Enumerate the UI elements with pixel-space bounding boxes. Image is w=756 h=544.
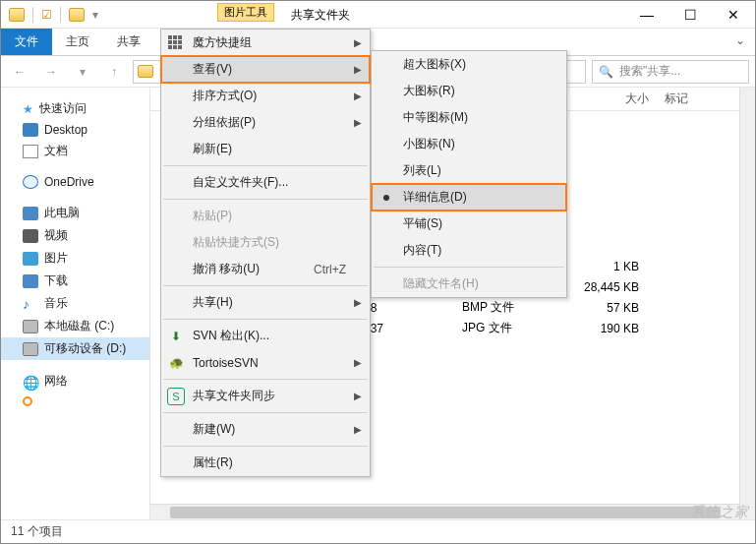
window-title: 共享文件夹 [291, 7, 350, 24]
submenu-arrow-icon: ▶ [354, 117, 362, 128]
submenu-arrow-icon: ▶ [354, 391, 362, 401]
folder-icon [69, 8, 85, 22]
sidebar-item-downloads[interactable]: 下载 [1, 270, 149, 292]
menu-item-folder-sync[interactable]: S共享文件夹同步▶ [161, 383, 370, 409]
menu-item-share[interactable]: 共享(H)▶ [161, 289, 370, 316]
document-icon [23, 145, 38, 158]
star-icon: ★ [23, 102, 33, 116]
menu-item-magic[interactable]: 魔方快捷组▶ [161, 30, 370, 56]
checkbox-icon[interactable]: ☑ [41, 8, 52, 22]
tab-home[interactable]: 主页 [52, 29, 103, 55]
drive-icon [23, 342, 38, 356]
submenu-arrow-icon: ▶ [354, 357, 362, 368]
sync-icon: S [167, 388, 185, 405]
view-submenu: 超大图标(X) 大图标(R) 中等图标(M) 小图标(N) 列表(L) 详细信息… [371, 50, 567, 298]
submenu-arrow-icon: ▶ [354, 64, 362, 75]
menu-item-new[interactable]: 新建(W)▶ [161, 416, 370, 443]
close-button[interactable]: ✕ [712, 1, 755, 29]
menu-item-sort[interactable]: 排序方式(O)▶ [161, 83, 370, 109]
menu-item-tiles[interactable]: 平铺(S) [372, 211, 566, 237]
up-button[interactable]: ↑ [101, 60, 127, 84]
item-count: 11 个项目 [11, 523, 63, 540]
cell-type: JPG 文件 [462, 320, 551, 336]
menu-item-svn-checkout[interactable]: ⬇SVN 检出(K)... [161, 323, 370, 349]
horizontal-scrollbar[interactable] [150, 504, 739, 519]
shortcut-label: Ctrl+Z [314, 263, 346, 276]
network-icon: 🌐 [23, 375, 38, 389]
sidebar-item-quick-access[interactable]: ★快速访问 [1, 97, 149, 120]
title-bar: ☑ ▾ 图片工具 共享文件夹 — ☐ ✕ [1, 1, 755, 29]
cell-type: BMP 文件 [462, 299, 551, 316]
menu-item-medium-icons[interactable]: 中等图标(M) [372, 104, 566, 131]
bullet-icon [383, 195, 389, 201]
menu-item-customize[interactable]: 自定义文件夹(F)... [161, 169, 370, 196]
file-row[interactable]: 8 8:28BMP 文件57 KB [344, 297, 737, 318]
cell-size: 57 KB [551, 301, 639, 315]
sidebar-item-network[interactable]: 🌐网络 [1, 370, 149, 393]
watermark: 系统之家 [690, 504, 749, 521]
tab-share[interactable]: 共享 [103, 29, 154, 55]
menu-item-xl-icons[interactable]: 超大图标(X) [372, 51, 566, 78]
ribbon-expand-button[interactable]: ⌄ [726, 29, 755, 55]
forward-button[interactable]: → [38, 60, 64, 84]
music-icon: ♪ [23, 297, 38, 311]
pc-icon [23, 207, 38, 220]
menu-item-refresh[interactable]: 刷新(E) [161, 136, 370, 162]
file-row[interactable]: 1 10:37JPG 文件190 KB [344, 318, 737, 338]
dropdown-icon[interactable]: ▾ [92, 8, 98, 22]
submenu-arrow-icon: ▶ [354, 91, 362, 101]
sidebar-item-music[interactable]: ♪音乐 [1, 292, 149, 315]
search-input[interactable]: 🔍 搜索"共享... [592, 60, 749, 84]
context-menu: 魔方快捷组▶ 查看(V)▶ 排序方式(O)▶ 分组依据(P)▶ 刷新(E) 自定… [160, 29, 371, 477]
sidebar-item-desktop[interactable]: Desktop [1, 120, 149, 140]
submenu-arrow-icon: ▶ [354, 37, 362, 48]
grid-icon [167, 34, 185, 52]
sidebar-item-c-drive[interactable]: 本地磁盘 (C:) [1, 315, 149, 337]
navigation-pane: ★快速访问 Desktop 文档 OneDrive 此电脑 视频 图片 下载 ♪… [1, 88, 150, 519]
folder-icon [9, 8, 25, 22]
sidebar-item-onedrive[interactable]: OneDrive [1, 172, 149, 192]
separator [32, 7, 33, 23]
menu-item-paste: 粘贴(P) [161, 203, 370, 229]
menu-item-large-icons[interactable]: 大图标(R) [372, 78, 566, 104]
menu-item-paste-shortcut: 粘贴快捷方式(S) [161, 229, 370, 256]
contextual-tab-label: 图片工具 [217, 3, 274, 22]
menu-item-view[interactable]: 查看(V)▶ [161, 56, 370, 83]
sidebar-item-this-pc[interactable]: 此电脑 [1, 202, 149, 224]
desktop-icon [23, 123, 38, 137]
sidebar-item-videos[interactable]: 视频 [1, 224, 149, 247]
video-icon [23, 229, 38, 243]
submenu-arrow-icon: ▶ [354, 297, 362, 308]
menu-item-details[interactable]: 详细信息(D) [372, 184, 566, 211]
vertical-scrollbar[interactable] [739, 88, 755, 519]
picture-icon [23, 252, 38, 266]
menu-item-tortoisesvn[interactable]: 🐢TortoiseSVN▶ [161, 349, 370, 376]
menu-item-content[interactable]: 内容(T) [372, 237, 566, 264]
cloud-icon [23, 175, 38, 189]
back-button[interactable]: ← [7, 60, 32, 84]
recent-dropdown[interactable]: ▾ [70, 60, 95, 84]
minimize-button[interactable]: — [625, 1, 669, 29]
svn-icon: ⬇ [167, 328, 185, 345]
search-icon: 🔍 [599, 65, 613, 79]
sidebar-item-pictures[interactable]: 图片 [1, 247, 149, 270]
scrollbar-thumb[interactable] [170, 507, 721, 518]
menu-item-properties[interactable]: 属性(R) [161, 450, 370, 476]
menu-item-hide-filenames: 隐藏文件名(H) [372, 271, 566, 297]
indicator-dot [23, 396, 32, 406]
drive-icon [23, 320, 38, 333]
status-bar: 11 个项目 [1, 519, 755, 543]
menu-item-undo[interactable]: 撤消 移动(U)Ctrl+Z [161, 256, 370, 282]
menu-item-group[interactable]: 分组依据(P)▶ [161, 109, 370, 136]
tab-file[interactable]: 文件 [1, 29, 52, 55]
submenu-arrow-icon: ▶ [354, 424, 362, 435]
menu-item-small-icons[interactable]: 小图标(N) [372, 131, 566, 157]
tortoise-icon: 🐢 [167, 354, 185, 372]
quick-access-toolbar: ☑ ▾ [1, 7, 98, 23]
folder-icon [138, 65, 153, 78]
cell-size: 190 KB [551, 322, 639, 335]
sidebar-item-d-drive[interactable]: 可移动设备 (D:) [1, 337, 149, 360]
menu-item-list[interactable]: 列表(L) [372, 157, 566, 184]
maximize-button[interactable]: ☐ [669, 1, 712, 29]
sidebar-item-documents[interactable]: 文档 [1, 140, 149, 162]
